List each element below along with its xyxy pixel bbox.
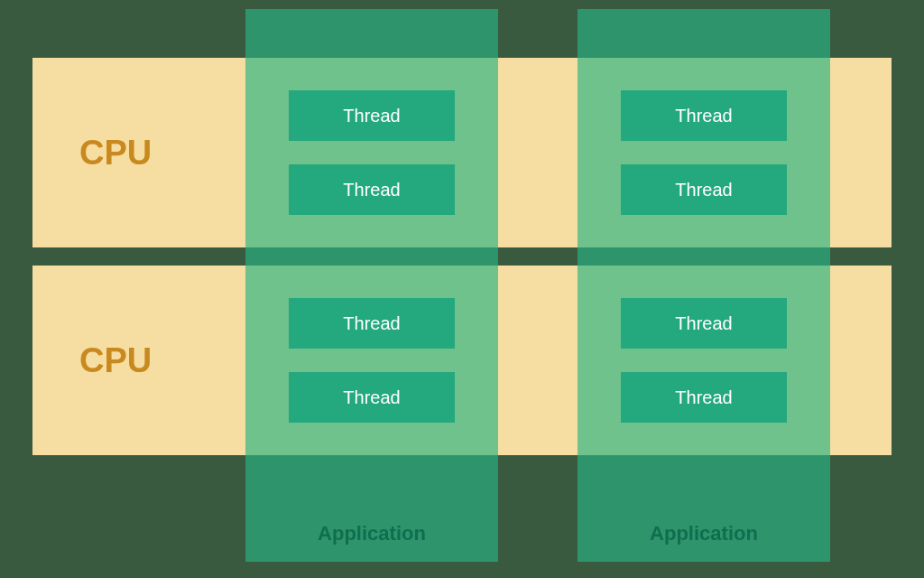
application-column: Thread Thread Thread Thread Application: [245, 9, 498, 562]
thread-box: Thread: [621, 90, 787, 141]
thread-box: Thread: [621, 164, 787, 215]
thread-group: Thread Thread: [245, 58, 498, 247]
thread-box: Thread: [289, 164, 455, 215]
application-column: Thread Thread Thread Thread Application: [578, 9, 830, 562]
application-label: Application: [578, 506, 830, 562]
thread-group: Thread Thread: [245, 266, 498, 455]
application-body: Thread Thread Thread Thread: [578, 9, 830, 506]
cpu-label: CPU: [32, 341, 258, 380]
thread-box: Thread: [289, 298, 455, 349]
thread-box: Thread: [621, 372, 787, 423]
thread-box: Thread: [289, 90, 455, 141]
application-label: Application: [245, 506, 498, 562]
thread-group: Thread Thread: [578, 58, 830, 247]
thread-group: Thread Thread: [578, 266, 830, 455]
thread-box: Thread: [289, 372, 455, 423]
cpu-label: CPU: [32, 134, 258, 172]
thread-box: Thread: [621, 298, 787, 349]
application-body: Thread Thread Thread Thread: [245, 9, 498, 506]
